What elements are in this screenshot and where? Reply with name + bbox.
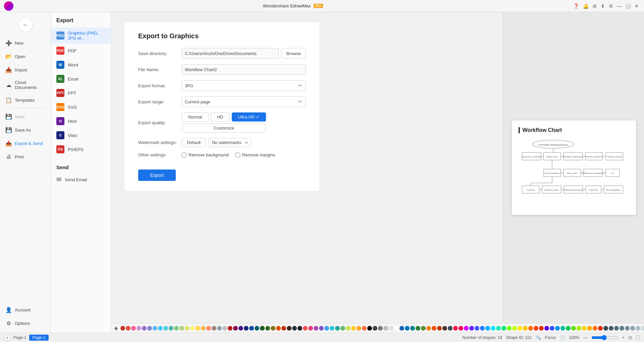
color-swatch[interactable] (620, 326, 624, 331)
color-swatch[interactable] (281, 326, 286, 331)
color-swatch[interactable] (120, 326, 125, 331)
maximize-button[interactable]: ⬜ (625, 3, 631, 9)
color-swatch[interactable] (464, 326, 469, 331)
apps-icon[interactable]: ⊞ (592, 3, 597, 9)
color-swatch[interactable] (158, 326, 163, 331)
color-swatch[interactable] (475, 326, 479, 331)
color-swatch[interactable] (292, 326, 297, 331)
export-range-select[interactable]: Current page All pages Selection (182, 96, 306, 107)
sidebar-item-account[interactable]: 👤 Account (0, 303, 51, 316)
format-item-ps[interactable]: PS PS/EPS (51, 142, 111, 156)
color-swatch[interactable] (179, 326, 184, 331)
sidebar-item-export[interactable]: 📤 Export & Send (0, 137, 51, 150)
format-item-svg[interactable]: SVG SVG (51, 100, 111, 114)
color-swatch[interactable] (421, 326, 426, 331)
color-swatch[interactable] (432, 326, 436, 331)
color-swatch[interactable] (491, 326, 495, 331)
color-swatch[interactable] (641, 326, 644, 331)
color-swatch[interactable] (190, 326, 195, 331)
color-swatch[interactable] (389, 326, 393, 331)
color-swatch[interactable] (357, 326, 361, 331)
sidebar-item-open[interactable]: 📂 Open (0, 50, 51, 63)
save-directory-input[interactable] (182, 48, 279, 59)
help-icon[interactable]: ❓ (573, 3, 580, 9)
color-swatch[interactable] (566, 326, 571, 331)
page-tab[interactable]: Page-1 (29, 335, 49, 341)
color-swatch[interactable] (126, 326, 130, 331)
focus-icon[interactable]: 🔍 (536, 335, 541, 340)
color-swatch[interactable] (523, 326, 528, 331)
color-swatch[interactable] (550, 326, 554, 331)
file-name-input[interactable] (182, 64, 306, 75)
color-swatch[interactable] (485, 326, 490, 331)
sidebar-item-new[interactable]: ➕ New (0, 36, 51, 50)
color-swatch[interactable] (577, 326, 581, 331)
color-swatch[interactable] (405, 326, 410, 331)
format-item-visio[interactable]: V Visio (51, 128, 111, 142)
color-swatch[interactable] (480, 326, 485, 331)
send-email-item[interactable]: ✉ Send Email (51, 173, 111, 186)
sidebar-item-import[interactable]: 📥 Import (0, 63, 51, 77)
zoom-decrease-icon[interactable]: — (583, 335, 587, 340)
color-swatch[interactable] (196, 326, 200, 331)
format-item-html[interactable]: H Html (51, 114, 111, 128)
quality-normal-button[interactable]: Normal (182, 112, 209, 121)
color-swatch[interactable] (373, 326, 377, 331)
color-swatch[interactable] (378, 326, 383, 331)
export-format-select[interactable]: JPG PNG BMP GIF TIFF (182, 80, 306, 91)
quality-ultrahd-button[interactable]: Ultra HD ✓ (232, 112, 266, 121)
color-swatch[interactable] (437, 326, 442, 331)
color-swatch[interactable] (539, 326, 544, 331)
color-swatch[interactable] (308, 326, 313, 331)
color-swatch[interactable] (206, 326, 211, 331)
color-swatch[interactable] (319, 326, 324, 331)
color-swatch[interactable] (625, 326, 630, 331)
format-item-png[interactable]: PNG Graphics (PNG, JPG et... (51, 28, 111, 44)
browse-button[interactable]: Browse (281, 48, 306, 59)
color-swatch[interactable] (340, 326, 345, 331)
color-swatch[interactable] (442, 326, 447, 331)
color-swatch[interactable] (330, 326, 334, 331)
color-swatch[interactable] (351, 326, 356, 331)
minimize-button[interactable]: — (616, 3, 623, 9)
format-item-excel[interactable]: XL Excel (51, 72, 111, 86)
color-swatch[interactable] (416, 326, 420, 331)
color-swatch[interactable] (265, 326, 270, 331)
sidebar-item-templates[interactable]: 📋 Templates (0, 93, 51, 107)
format-item-word[interactable]: W Word (51, 58, 111, 72)
color-swatch[interactable] (238, 326, 243, 331)
color-swatch[interactable] (383, 326, 388, 331)
color-swatch[interactable] (609, 326, 613, 331)
color-swatch[interactable] (496, 326, 501, 331)
color-swatch[interactable] (630, 326, 635, 331)
remove-margins-checkbox-label[interactable]: Remove margins (235, 152, 275, 157)
notification-icon[interactable]: 🔔 (582, 3, 589, 9)
color-swatch[interactable] (448, 326, 452, 331)
color-swatch[interactable] (271, 326, 275, 331)
color-swatch[interactable] (367, 326, 372, 331)
avatar[interactable] (4, 1, 13, 11)
color-swatch[interactable] (453, 326, 458, 331)
color-swatch[interactable] (507, 326, 512, 331)
color-swatch[interactable] (426, 326, 431, 331)
color-swatch[interactable] (298, 326, 302, 331)
export-button[interactable]: Export (138, 169, 176, 181)
color-swatch[interactable] (131, 326, 136, 331)
color-swatch[interactable] (582, 326, 587, 331)
color-swatch[interactable] (228, 326, 232, 331)
color-swatch[interactable] (636, 326, 640, 331)
zoom-slider[interactable] (591, 335, 618, 340)
color-swatch[interactable] (142, 326, 147, 331)
color-swatch[interactable] (571, 326, 576, 331)
color-swatch[interactable] (593, 326, 597, 331)
share-icon[interactable]: ⬆ (600, 3, 605, 9)
remove-background-checkbox[interactable] (182, 153, 186, 157)
color-swatch[interactable] (163, 326, 168, 331)
fullscreen-icon[interactable]: ⛶ (636, 335, 640, 340)
color-swatch[interactable] (501, 326, 506, 331)
color-swatch[interactable] (185, 326, 190, 331)
color-swatch[interactable] (222, 326, 227, 331)
color-swatch[interactable] (603, 326, 608, 331)
remove-background-checkbox-label[interactable]: Remove background (182, 152, 229, 157)
color-swatch[interactable] (212, 326, 216, 331)
